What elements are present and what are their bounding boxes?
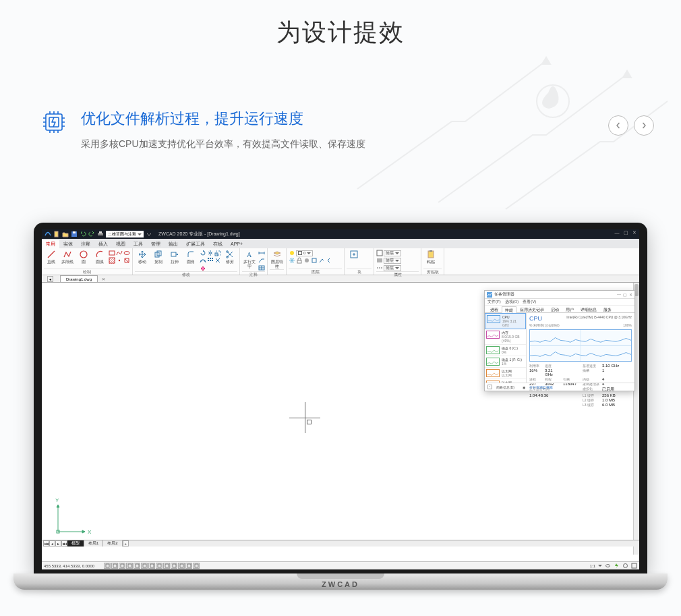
layer-prev-icon[interactable] <box>326 257 332 264</box>
ribbon-tab[interactable]: 视图 <box>112 240 129 248</box>
ribbon-tab[interactable]: 常用 <box>42 240 59 248</box>
tool-paste[interactable]: 粘贴 <box>423 250 438 264</box>
ribbon-tab[interactable]: 实体 <box>59 240 77 248</box>
layer-combo[interactable]: 0 <box>296 250 313 256</box>
layout-tab[interactable]: 布局1 <box>84 540 103 547</box>
tool-scale-icon[interactable] <box>214 250 221 256</box>
status-toggle[interactable] <box>156 563 162 569</box>
tab-nav-prev[interactable]: ◂ <box>49 540 55 547</box>
taskmgr-side-item[interactable]: 内存8.0/15.9 GB (49%) <box>485 329 526 345</box>
tool-spline-icon[interactable] <box>116 250 123 256</box>
tool-array-icon[interactable] <box>207 257 214 264</box>
taskmgr-tab[interactable]: 性能 <box>502 306 516 313</box>
model-tab[interactable]: 模型 <box>67 540 84 547</box>
close-button[interactable]: ✕ <box>631 229 638 236</box>
fewer-details-icon[interactable]: ˄ <box>487 385 492 389</box>
layer-freeze-icon[interactable] <box>289 257 295 264</box>
isolate-objects-icon[interactable] <box>622 563 628 569</box>
taskmgr-tab[interactable]: 进程 <box>487 306 502 312</box>
maximize-button[interactable]: ▢ <box>622 229 629 236</box>
status-toggle[interactable] <box>193 563 200 569</box>
layout-tab[interactable]: 布局2 <box>103 540 122 547</box>
taskmgr-tab[interactable]: 详细信息 <box>577 306 600 312</box>
tool-polyline[interactable]: 多段线 <box>60 250 75 264</box>
task-manager-window[interactable]: 任务管理器 —▢✕ 文件(F)选项(O)查看(V) 进程性能应用历史记录启动用户… <box>484 290 635 391</box>
minimize-button[interactable]: — <box>614 229 620 236</box>
status-toggle[interactable] <box>111 563 118 569</box>
status-toggle[interactable] <box>178 563 185 569</box>
status-toggle[interactable] <box>141 563 148 569</box>
status-toggle[interactable] <box>126 563 133 569</box>
tool-mtext[interactable]: A多行文字 <box>242 250 257 269</box>
open-folder-icon[interactable] <box>62 231 69 237</box>
taskmgr-menu-item[interactable]: 选项(O) <box>505 299 519 305</box>
anno-visibility-icon[interactable] <box>605 563 611 569</box>
color-combo[interactable]: 随层 <box>384 250 401 256</box>
tool-rotate-icon[interactable] <box>200 250 206 256</box>
tool-circle[interactable]: 圆 <box>76 250 91 264</box>
anno-scale[interactable]: 1:1 <box>590 564 595 568</box>
tab-nav-first[interactable]: ⏮ <box>43 540 49 547</box>
ribbon-tab[interactable]: 在线 <box>209 240 227 248</box>
ribbon-tab[interactable]: 插入 <box>94 240 112 248</box>
tab-nav-last[interactable]: ⏭ <box>61 540 67 547</box>
layer-lock-icon[interactable] <box>296 257 303 264</box>
taskmgr-menu-item[interactable]: 文件(F) <box>487 299 501 305</box>
color-swatch-icon[interactable] <box>376 250 383 256</box>
clean-screen-icon[interactable] <box>631 563 637 569</box>
status-toggle[interactable] <box>104 563 111 569</box>
taskmgr-tab[interactable]: 服务 <box>600 306 615 312</box>
lineweight-icon[interactable] <box>376 257 383 264</box>
tool-rect-icon[interactable] <box>109 250 115 256</box>
linetype-combo[interactable]: 随层 <box>384 265 401 271</box>
tool-offset-icon[interactable] <box>200 257 206 264</box>
taskmgr-menu-item[interactable]: 查看(V) <box>523 299 536 305</box>
taskmgr-side-item[interactable]: 磁盘 0 (C:)0% <box>485 345 526 356</box>
tool-ellipse-icon[interactable] <box>123 250 130 256</box>
status-toggle[interactable] <box>171 563 177 569</box>
tool-line[interactable]: 直线 <box>44 250 59 264</box>
taskmgr-side-item[interactable]: 以太网以太网 <box>485 368 526 379</box>
qat-dropdown-icon[interactable] <box>146 231 152 237</box>
redo-icon[interactable] <box>88 231 95 237</box>
ribbon-tab[interactable]: 输出 <box>165 240 182 248</box>
tool-fillet[interactable]: 圆角 <box>183 250 198 264</box>
ribbon-tab[interactable]: 注释 <box>77 240 94 248</box>
lineweight-combo[interactable]: 随层 <box>384 258 401 264</box>
tool-point-icon[interactable] <box>116 257 123 264</box>
new-file-icon[interactable] <box>53 231 60 237</box>
carousel-prev-button[interactable] <box>608 115 628 136</box>
tool-copy[interactable]: 复制 <box>151 250 166 264</box>
carousel-next-button[interactable] <box>634 115 654 136</box>
tm-maximize-button[interactable]: ▢ <box>623 292 627 297</box>
layer-off-icon[interactable] <box>303 257 310 264</box>
open-resmon-link[interactable]: 打开资源监视器 <box>529 385 553 389</box>
tm-close-button[interactable]: ✕ <box>629 292 632 297</box>
status-toggle[interactable] <box>163 563 170 569</box>
tool-arc[interactable]: 圆弧 <box>92 250 107 264</box>
status-toggle[interactable] <box>185 563 192 569</box>
taskmgr-tab[interactable]: 启动 <box>547 306 562 312</box>
tool-stretch[interactable]: 拉伸 <box>167 250 182 264</box>
tool-erase-icon[interactable] <box>200 264 206 271</box>
tool-layer-properties[interactable]: 图层特性 <box>270 250 284 269</box>
table-icon[interactable] <box>258 264 265 271</box>
taskmgr-tab[interactable]: 用户 <box>562 306 577 312</box>
taskmgr-side-item[interactable]: 磁盘 1 (F: G:)1% <box>485 356 526 368</box>
tab-close-icon[interactable]: ✕ <box>102 276 105 283</box>
tool-explode-icon[interactable] <box>214 257 221 264</box>
tool-mirror-icon[interactable] <box>207 250 214 256</box>
workspace-combo[interactable]: 二维草图与注释 <box>106 231 144 237</box>
dim-linear-icon[interactable] <box>258 250 265 256</box>
fewer-details-link[interactable]: 简略信息(D) <box>496 385 514 389</box>
layer-isolate-icon[interactable] <box>311 257 318 264</box>
tab-nav-next[interactable]: ▸ <box>55 540 61 547</box>
taskmgr-tab[interactable]: 应用历史记录 <box>516 306 547 312</box>
layer-match-icon[interactable] <box>318 257 325 264</box>
status-toggle[interactable] <box>148 563 155 569</box>
ribbon-tab[interactable]: 工具 <box>129 240 147 248</box>
undo-icon[interactable] <box>80 231 86 237</box>
taskmgr-side-item[interactable]: CPU19% 3.21 GHz <box>485 313 526 329</box>
leader-icon[interactable] <box>258 257 265 264</box>
linetype-icon[interactable] <box>376 264 383 271</box>
